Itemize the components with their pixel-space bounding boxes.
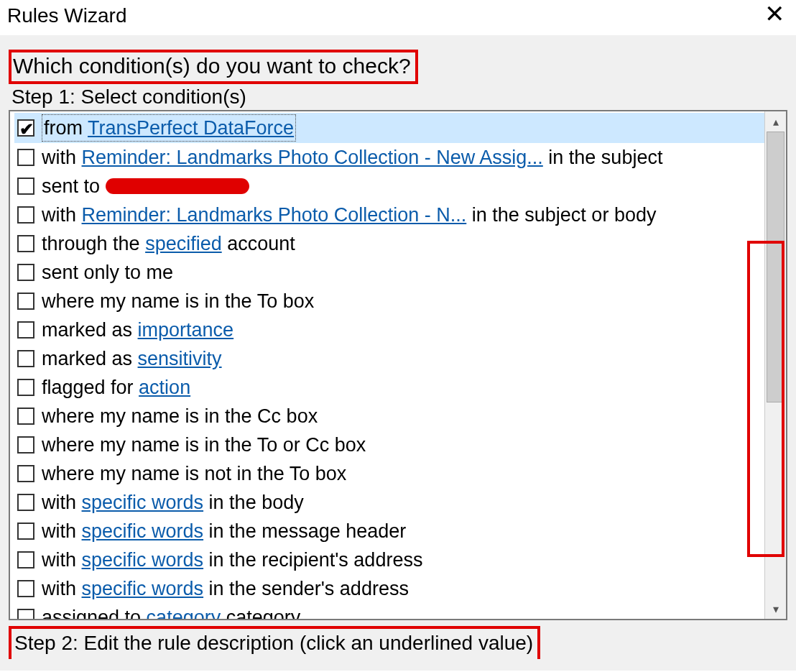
condition-text: marked as importance: [42, 317, 233, 343]
condition-checkbox[interactable]: [17, 264, 34, 281]
condition-link[interactable]: importance: [138, 319, 234, 341]
condition-row[interactable]: with Reminder: Landmarks Photo Collectio…: [14, 143, 786, 172]
condition-text: with specific words in the body: [42, 489, 304, 515]
step1-label: Step 1: Select condition(s): [11, 86, 787, 109]
step2-label: Step 2: Edit the rule description (click…: [14, 632, 533, 655]
condition-row[interactable]: from TransPerfect DataForce: [14, 113, 786, 143]
condition-text: where my name is not in the To box: [42, 461, 346, 487]
condition-checkbox[interactable]: [17, 178, 34, 195]
condition-link[interactable]: Reminder: Landmarks Photo Collection - N…: [82, 204, 467, 226]
condition-text: with Reminder: Landmarks Photo Collectio…: [42, 144, 662, 170]
condition-checkbox[interactable]: [17, 350, 34, 367]
condition-row[interactable]: where my name is in the To or Cc box: [14, 431, 786, 459]
scroll-down-icon[interactable]: ▾: [765, 599, 786, 619]
condition-link[interactable]: sensitivity: [138, 348, 222, 369]
condition-text: through the specified account: [42, 231, 295, 257]
step2-highlight: Step 2: Edit the rule description (click…: [9, 626, 540, 659]
condition-row[interactable]: sent only to me: [14, 258, 786, 287]
conditions-heading: Which condition(s) do you want to check?: [13, 54, 411, 78]
condition-checkbox[interactable]: [17, 379, 34, 396]
close-icon[interactable]: ✕: [760, 4, 789, 23]
scrollbar[interactable]: ▴ ▾: [764, 111, 786, 619]
condition-row[interactable]: marked as importance: [14, 316, 786, 344]
redacted-value[interactable]: [106, 178, 249, 194]
condition-checkbox[interactable]: [17, 206, 34, 224]
condition-checkbox[interactable]: [17, 119, 34, 137]
condition-link[interactable]: specific words: [82, 520, 204, 542]
condition-text: with specific words in the recipient's a…: [42, 547, 422, 573]
condition-link[interactable]: specified: [145, 233, 222, 254]
scroll-track[interactable]: [765, 132, 786, 599]
condition-row[interactable]: with specific words in the recipient's a…: [14, 546, 786, 574]
condition-text: where my name is in the To or Cc box: [42, 432, 366, 458]
condition-link[interactable]: Reminder: Landmarks Photo Collection - N…: [82, 147, 543, 168]
condition-link[interactable]: action: [139, 377, 190, 398]
condition-checkbox[interactable]: [17, 149, 34, 166]
condition-checkbox[interactable]: [17, 523, 34, 540]
condition-link[interactable]: specific words: [82, 492, 204, 513]
condition-link[interactable]: category: [147, 607, 221, 620]
condition-text: from TransPerfect DataForce: [42, 114, 296, 142]
condition-row[interactable]: with Reminder: Landmarks Photo Collectio…: [14, 201, 786, 229]
scroll-thumb[interactable]: [767, 132, 785, 402]
condition-row[interactable]: with specific words in the sender's addr…: [14, 574, 786, 603]
condition-text: sent to: [42, 173, 249, 199]
condition-link[interactable]: specific words: [82, 549, 204, 571]
condition-row[interactable]: marked as sensitivity: [14, 344, 786, 373]
condition-text: with Reminder: Landmarks Photo Collectio…: [42, 202, 656, 228]
titlebar: Rules Wizard ✕: [0, 0, 796, 34]
conditions-listbox-wrap: from TransPerfect DataForcewith Reminder…: [9, 110, 787, 620]
condition-row[interactable]: where my name is in the Cc box: [14, 402, 786, 431]
condition-text: sent only to me: [42, 259, 173, 285]
condition-row[interactable]: with specific words in the message heade…: [14, 517, 786, 546]
condition-text: assigned to category category: [42, 604, 300, 620]
condition-checkbox[interactable]: [17, 408, 34, 425]
condition-link[interactable]: TransPerfect DataForce: [88, 117, 294, 139]
dialog-body: Which condition(s) do you want to check?…: [0, 34, 796, 671]
condition-link[interactable]: specific words: [82, 578, 204, 599]
condition-checkbox[interactable]: [17, 609, 34, 620]
condition-checkbox[interactable]: [17, 235, 34, 252]
condition-checkbox[interactable]: [17, 551, 34, 569]
condition-checkbox[interactable]: [17, 321, 34, 339]
condition-row[interactable]: assigned to category category: [14, 603, 786, 620]
condition-checkbox[interactable]: [17, 580, 34, 597]
condition-text: with specific words in the message heade…: [42, 518, 406, 544]
condition-checkbox[interactable]: [17, 465, 34, 482]
window-title: Rules Wizard: [7, 4, 126, 27]
condition-row[interactable]: flagged for action: [14, 373, 786, 402]
condition-text: where my name is in the To box: [42, 288, 314, 314]
condition-row[interactable]: with specific words in the body: [14, 488, 786, 517]
condition-row[interactable]: sent to: [14, 172, 786, 201]
condition-text: with specific words in the sender's addr…: [42, 576, 409, 602]
condition-checkbox[interactable]: [17, 293, 34, 310]
scroll-up-icon[interactable]: ▴: [765, 111, 786, 132]
condition-row[interactable]: through the specified account: [14, 229, 786, 258]
condition-text: where my name is in the Cc box: [42, 403, 318, 429]
heading-highlight: Which condition(s) do you want to check?: [9, 50, 418, 84]
condition-checkbox[interactable]: [17, 436, 34, 454]
condition-text: marked as sensitivity: [42, 346, 222, 372]
condition-row[interactable]: where my name is in the To box: [14, 287, 786, 316]
conditions-listbox[interactable]: from TransPerfect DataForcewith Reminder…: [9, 110, 787, 620]
condition-text: flagged for action: [42, 374, 190, 400]
condition-row[interactable]: where my name is not in the To box: [14, 459, 786, 488]
condition-checkbox[interactable]: [17, 494, 34, 511]
